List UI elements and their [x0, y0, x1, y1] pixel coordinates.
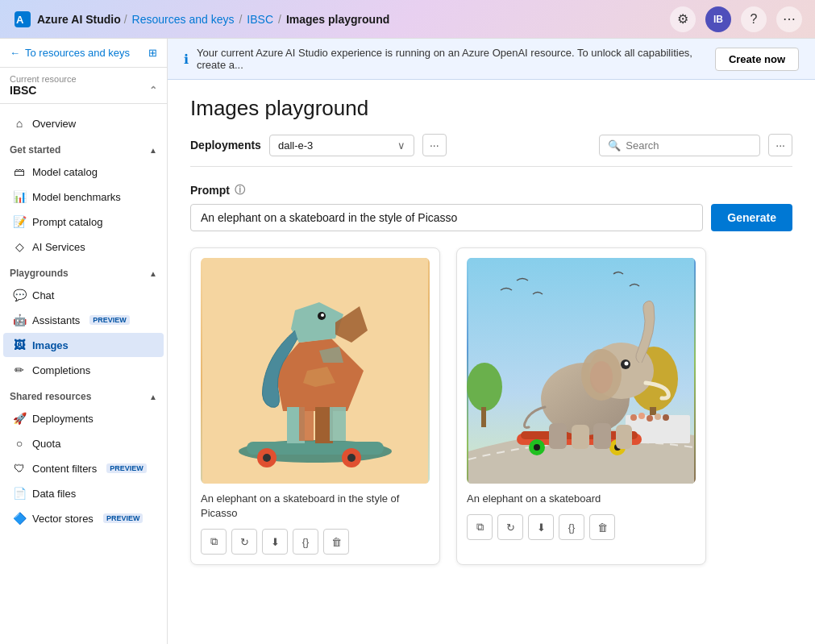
content-filters-label: Content filters: [32, 463, 97, 475]
sidebar-item-vector-stores[interactable]: 🔷 Vector stores PREVIEW: [3, 506, 164, 530]
back-label: To resources and keys: [25, 47, 130, 59]
sidebar: ← To resources and keys ⊞ Current resour…: [0, 39, 168, 644]
get-started-collapse[interactable]: ▲: [149, 146, 157, 155]
create-now-button[interactable]: Create now: [715, 48, 799, 71]
search-icon: 🔍: [608, 139, 621, 152]
prompt-catalog-label: Prompt catalog: [32, 216, 102, 228]
copy-button-1[interactable]: ⧉: [201, 529, 227, 555]
svg-rect-16: [299, 407, 314, 441]
select-chevron-icon: ∨: [397, 139, 405, 152]
sidebar-item-prompt-catalog[interactable]: 📝 Prompt catalog: [3, 210, 164, 234]
shared-resources-collapse[interactable]: ▲: [149, 393, 157, 401]
assistants-preview-badge: PREVIEW: [89, 315, 130, 325]
image-1: [201, 258, 430, 484]
azure-icon: A: [13, 10, 32, 29]
search-input[interactable]: [626, 139, 746, 152]
toolbar: Deployments dall-e-3 ∨ ··· 🔍 ···: [190, 134, 792, 167]
sidebar-item-completions[interactable]: ✏ Completions: [3, 358, 164, 382]
model-benchmarks-icon: 📊: [13, 190, 26, 203]
page-title: Images playground: [190, 96, 792, 121]
playgrounds-label: Playgrounds: [10, 268, 69, 279]
chat-label: Chat: [32, 289, 54, 301]
code-button-1[interactable]: {}: [293, 529, 318, 555]
code-button-2[interactable]: {}: [559, 514, 584, 540]
nav-actions: ⚙ IB ? ⋯: [670, 6, 802, 32]
sidebar-item-content-filters[interactable]: 🛡 Content filters PREVIEW: [3, 456, 164, 480]
playgrounds-collapse[interactable]: ▲: [149, 269, 157, 278]
sidebar-item-model-benchmarks[interactable]: 📊 Model benchmarks: [3, 185, 164, 209]
section-get-started: Get started ▲: [0, 136, 167, 159]
svg-point-30: [663, 414, 669, 421]
deployment-select[interactable]: dall-e-3 ∨: [269, 135, 414, 156]
download-button-2[interactable]: ⬇: [528, 514, 554, 540]
prompt-catalog-icon: 📝: [13, 215, 26, 228]
sidebar-item-data-files[interactable]: 📄 Data files: [3, 481, 164, 505]
prompt-row: Generate: [190, 204, 792, 231]
refresh-button-2[interactable]: ↻: [497, 514, 523, 540]
svg-rect-44: [593, 423, 611, 449]
vector-stores-icon: 🔷: [13, 512, 26, 525]
model-catalog-label: Model catalog: [32, 166, 98, 178]
svg-rect-43: [572, 425, 589, 449]
sidebar-item-chat[interactable]: 💬 Chat: [3, 283, 164, 307]
home-icon: ⌂: [13, 117, 26, 130]
deployment-more-button[interactable]: ···: [422, 134, 447, 156]
image-actions-1: ⧉ ↻ ⬇ {} 🗑: [201, 529, 430, 555]
image-card-2: An elephant on a skateboard ⧉ ↻ ⬇ {} 🗑: [456, 247, 706, 565]
search-more-button[interactable]: ···: [768, 134, 792, 156]
deployments-label: Deployments: [32, 413, 94, 425]
refresh-button-1[interactable]: ↻: [231, 529, 257, 555]
svg-rect-17: [330, 407, 346, 441]
svg-text:A: A: [16, 14, 24, 26]
delete-button-2[interactable]: 🗑: [589, 514, 615, 540]
more-menu-button[interactable]: ⋯: [776, 6, 802, 32]
resource-name: IBSC: [10, 84, 36, 97]
main-content: Images playground Deployments dall-e-3 ∨…: [168, 80, 815, 644]
sidebar-item-assistants[interactable]: 🤖 Assistants PREVIEW: [3, 308, 164, 332]
back-to-resources[interactable]: ← To resources and keys ⊞: [0, 39, 167, 68]
sidebar-item-deployments[interactable]: 🚀 Deployments: [3, 406, 164, 430]
svg-point-41: [625, 362, 629, 366]
delete-button-1[interactable]: 🗑: [323, 529, 349, 555]
resource-label: Current resource: [10, 74, 157, 84]
svg-point-26: [630, 414, 637, 421]
prompt-info-icon[interactable]: ⓘ: [235, 183, 245, 197]
breadcrumb-ibsc[interactable]: IBSC: [247, 13, 273, 26]
app-logo[interactable]: A Azure AI Studio: [13, 10, 121, 29]
download-button-1[interactable]: ⬇: [262, 529, 288, 555]
svg-point-23: [467, 363, 502, 411]
image-container-1: [201, 258, 430, 484]
grid-icon: ⊞: [148, 47, 157, 59]
quota-icon: ○: [13, 437, 26, 450]
sidebar-item-images[interactable]: 🖼 Images: [3, 333, 164, 357]
svg-point-34: [534, 444, 540, 451]
app-name: Azure AI Studio: [37, 13, 121, 26]
copy-button-2[interactable]: ⧉: [467, 514, 493, 540]
search-box[interactable]: 🔍: [599, 135, 760, 156]
prompt-input[interactable]: [190, 204, 703, 231]
resource-value[interactable]: IBSC ⌃: [10, 84, 157, 97]
avatar[interactable]: IB: [705, 6, 731, 32]
help-button[interactable]: ?: [741, 6, 767, 32]
content-filters-icon: 🛡: [13, 462, 26, 475]
image-caption-2: An elephant on a skateboard: [467, 492, 696, 506]
svg-point-46: [590, 361, 613, 393]
svg-point-8: [347, 454, 356, 462]
sidebar-item-ai-services[interactable]: ◇ AI Services: [3, 235, 164, 259]
svg-point-29: [655, 413, 661, 420]
breadcrumb-sep3: /: [278, 13, 281, 26]
sidebar-item-overview[interactable]: ⌂ Overview: [3, 111, 164, 135]
svg-point-28: [647, 415, 653, 422]
chat-icon: 💬: [13, 289, 26, 301]
image-caption-1: An elephant on a skateboard in the style…: [201, 492, 430, 521]
sidebar-item-quota[interactable]: ○ Quota: [3, 431, 164, 455]
section-playgrounds: Playgrounds ▲: [0, 260, 167, 282]
model-catalog-icon: 🗃: [13, 165, 26, 178]
settings-button[interactable]: ⚙: [670, 6, 696, 32]
vector-stores-preview-badge: PREVIEW: [103, 513, 143, 523]
svg-point-13: [321, 314, 324, 317]
generate-button[interactable]: Generate: [711, 204, 792, 231]
sidebar-item-model-catalog[interactable]: 🗃 Model catalog: [3, 160, 164, 184]
breadcrumb-resources[interactable]: Resources and keys: [132, 13, 235, 26]
breadcrumb: / Resources and keys / IBSC / Images pla…: [124, 13, 390, 26]
